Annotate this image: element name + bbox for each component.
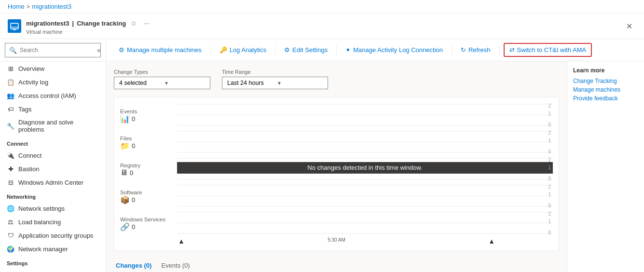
- sidebar-label-tags: Tags: [18, 106, 31, 113]
- network-manager-icon: 🌍: [7, 245, 14, 253]
- vm-icon: [8, 19, 21, 33]
- sidebar-label-diagnose: Diagnose and solve problems: [18, 119, 99, 133]
- sidebar-item-access-control[interactable]: 👥 Access control (IAM): [0, 89, 106, 102]
- breadcrumb-separator: >: [27, 3, 30, 10]
- manage-machines-icon: ⚙: [119, 46, 124, 54]
- sidebar-label-app-security-groups: Application security groups: [18, 232, 93, 239]
- change-types-label: Change Types: [114, 69, 210, 75]
- change-types-chevron: ▼: [164, 81, 205, 86]
- registry-y0: 0: [548, 176, 551, 181]
- sidebar-item-network-manager[interactable]: 🌍 Network manager: [0, 242, 106, 256]
- manage-machines-label: Manage multiple machines: [127, 46, 202, 54]
- close-button[interactable]: ✕: [622, 20, 636, 33]
- collapse-sidebar-button[interactable]: «: [95, 45, 103, 55]
- events-chart-icon: 📊: [120, 114, 130, 123]
- time-range-select[interactable]: Last 24 hours ▼: [222, 77, 328, 89]
- software-chart-area: 2 1 0: [177, 184, 553, 209]
- more-button[interactable]: ···: [142, 17, 151, 29]
- main-layout: 🔍 « ⊞ Overview 📋 Activity log 👥 Access c…: [0, 39, 644, 272]
- load-balancing-icon: ⚖: [7, 218, 14, 226]
- time-range-label: Time Range: [222, 69, 328, 75]
- refresh-label: Refresh: [468, 46, 491, 54]
- network-settings-icon: 🌐: [7, 204, 14, 212]
- events-y1: 1: [548, 111, 551, 116]
- manage-activity-label: Manage Activity Log Connection: [353, 46, 443, 54]
- breadcrumb-home[interactable]: Home: [8, 3, 25, 10]
- toolbar-separator-5: [499, 45, 500, 55]
- search-input[interactable]: [20, 47, 92, 54]
- refresh-button[interactable]: ↻ Refresh: [456, 44, 495, 56]
- networking-section-header: Networking: [0, 189, 106, 202]
- sidebar-item-app-security-groups[interactable]: 🛡 Application security groups: [0, 229, 106, 242]
- resource-name: migrationtest3: [26, 20, 69, 27]
- connect-icon: 🔌: [7, 151, 14, 159]
- chart-row-files: Files 📁 0 2 1 0: [120, 130, 553, 155]
- chart-row-events: Events 📊 0 2 1 0: [120, 103, 553, 128]
- sidebar-item-windows-admin[interactable]: ⊟ Windows Admin Center: [0, 176, 106, 189]
- switch-ctai-button[interactable]: ⇄ Switch to CT&I with AMA: [504, 43, 592, 57]
- tab-changes[interactable]: Changes (0): [114, 259, 159, 272]
- software-chart-icon: 📦: [120, 195, 130, 204]
- edit-settings-button[interactable]: ⚙ Edit Settings: [279, 44, 332, 56]
- chart-x-axis: ▲ 5:30 AM ▲: [120, 236, 553, 245]
- switch-ctai-label: Switch to CT&I with AMA: [517, 46, 587, 54]
- toolbar: ⚙ Manage multiple machines 🔑 Log Analyti…: [106, 39, 644, 61]
- change-types-select[interactable]: 4 selected ▼: [114, 77, 210, 89]
- sidebar-item-load-balancing[interactable]: ⚖ Load balancing: [0, 215, 106, 229]
- events-value: 0: [132, 115, 135, 122]
- chart-row-registry: Registry 🖥 0 2 1 0: [120, 157, 553, 182]
- learn-more-panel: Learn more Change Tracking Manage machin…: [567, 61, 644, 272]
- files-y1: 1: [548, 138, 551, 143]
- software-y1: 1: [548, 192, 551, 197]
- breadcrumb-current[interactable]: migrationtest3: [32, 3, 71, 10]
- log-analytics-button[interactable]: 🔑 Log Analytics: [215, 44, 272, 56]
- pin-button[interactable]: ☆: [129, 17, 139, 29]
- access-control-icon: 👥: [7, 92, 14, 99]
- sidebar-item-connect[interactable]: 🔌 Connect: [0, 149, 106, 162]
- tab-events[interactable]: Events (0): [159, 259, 197, 272]
- chart-label-windows-services: Windows Services 🔗 0: [120, 217, 173, 231]
- edit-settings-label: Edit Settings: [292, 46, 328, 54]
- registry-y2: 2: [548, 157, 551, 163]
- files-chart-icon: 📁: [120, 141, 130, 150]
- services-y2: 2: [548, 211, 551, 217]
- sidebar-item-tags[interactable]: 🏷 Tags: [0, 102, 106, 116]
- breadcrumb: Home > migrationtest3: [0, 0, 644, 14]
- diagnose-icon: 🔧: [7, 122, 14, 130]
- page-title: migrationtest3 | Change tracking ☆ ···: [26, 17, 151, 29]
- registry-y1: 1: [548, 165, 551, 170]
- main-content: Change Types 4 selected ▼ Time Range Las…: [106, 61, 567, 272]
- search-box: 🔍 «: [0, 39, 106, 62]
- change-types-value: 4 selected: [119, 80, 160, 86]
- vm-svg-icon: [10, 22, 19, 30]
- manage-activity-icon: ✦: [345, 46, 351, 54]
- sidebar-item-network-settings[interactable]: 🌐 Network settings: [0, 202, 106, 215]
- services-y1: 1: [548, 219, 551, 224]
- chart-label-registry: Registry 🖥 0: [120, 163, 173, 177]
- manage-activity-button[interactable]: ✦ Manage Activity Log Connection: [341, 44, 448, 56]
- learn-more-provide-feedback[interactable]: Provide feedback: [573, 95, 638, 102]
- connect-section-header: Connect: [0, 136, 106, 149]
- chart-label-files: Files 📁 0: [120, 136, 173, 150]
- sidebar-item-overview[interactable]: ⊞ Overview: [0, 62, 106, 75]
- log-analytics-label: Log Analytics: [230, 46, 267, 54]
- tabs-row: Changes (0) Events (0): [114, 259, 559, 272]
- search-input-wrap[interactable]: 🔍 «: [5, 43, 101, 57]
- edit-settings-icon: ⚙: [284, 46, 290, 54]
- sidebar-item-diagnose[interactable]: 🔧 Diagnose and solve problems: [0, 116, 106, 136]
- time-range-chevron: ▼: [277, 81, 323, 86]
- content-panels: Change Types 4 selected ▼ Time Range Las…: [106, 61, 644, 272]
- learn-more-manage-machines[interactable]: Manage machines: [573, 86, 638, 93]
- files-chart-svg: [177, 130, 553, 153]
- learn-more-change-tracking[interactable]: Change Tracking: [573, 78, 638, 84]
- software-value: 0: [132, 196, 135, 204]
- chart-x-label: 5:30 AM: [328, 237, 345, 245]
- files-y2: 2: [548, 130, 551, 136]
- sidebar-label-bastion: Bastion: [18, 165, 39, 173]
- manage-machines-button[interactable]: ⚙ Manage multiple machines: [114, 44, 206, 56]
- sidebar-item-activity-log[interactable]: 📋 Activity log: [0, 75, 106, 89]
- software-y2: 2: [548, 184, 551, 190]
- toolbar-separator-1: [210, 45, 211, 55]
- sidebar-item-bastion[interactable]: ✚ Bastion: [0, 162, 106, 176]
- files-value: 0: [132, 142, 135, 150]
